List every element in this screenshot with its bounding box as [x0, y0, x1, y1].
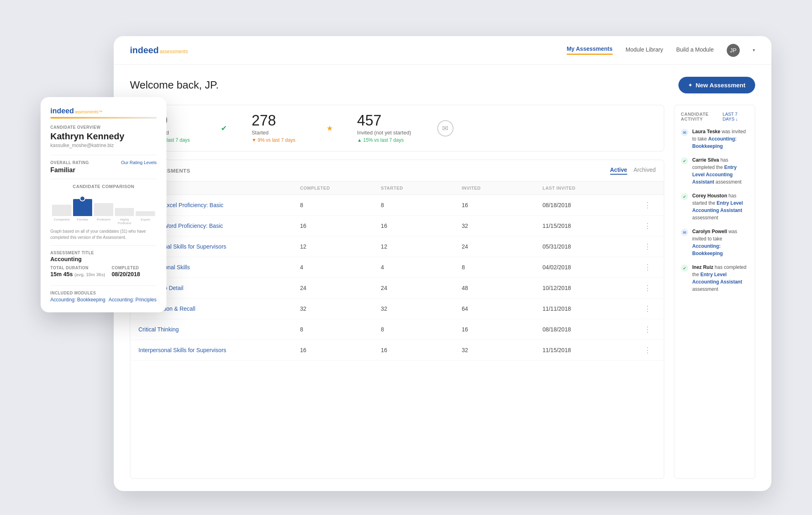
- mobile-candidate-email: kassulke_moshe@katrine.biz: [50, 143, 157, 148]
- activity-assessment-link[interactable]: Entry Level Accounting Assistant: [692, 272, 742, 285]
- row-menu-button[interactable]: ⋮: [639, 325, 656, 334]
- cell-started: 24: [381, 285, 462, 291]
- logo: indeed assessments: [130, 45, 188, 56]
- row-menu-button[interactable]: ⋮: [639, 242, 656, 251]
- tab-group: Active Archived: [610, 167, 656, 175]
- col-completed: COMPLETED: [300, 186, 381, 190]
- comparison-title: CANDIDATE COMPARISON: [50, 184, 157, 189]
- mobile-card: indeed assessments™ CANDIDATE OVERVIEW K…: [41, 97, 166, 312]
- chart-col-completed: [52, 205, 71, 216]
- invited-change: ▲ 15% vs last 7 days: [357, 137, 411, 143]
- chart-label-expert: Expert: [136, 218, 155, 225]
- cell-completed: 12: [300, 243, 381, 250]
- check-icon: ✔: [681, 157, 688, 164]
- col-actions: [639, 186, 656, 190]
- cell-started: 8: [381, 202, 462, 208]
- chart-col-familiar: [73, 199, 93, 216]
- duration-completed-row: TOTAL DURATION 15m 45s (avg. 10m 36s) CO…: [50, 266, 157, 281]
- modules-list: Accounting: Bookkeeping Accounting: Prin…: [50, 297, 157, 303]
- rating-value: Familiar: [50, 167, 157, 174]
- nav-build-module[interactable]: Build a Module: [676, 46, 714, 54]
- started-label: Started: [252, 130, 296, 136]
- cell-invited: 32: [462, 347, 542, 353]
- cell-completed: 24: [300, 285, 381, 291]
- check-icon: ✔: [681, 193, 688, 200]
- cell-completed: 4: [300, 264, 381, 270]
- cell-started: 12: [381, 243, 462, 250]
- cell-last-invited: 11/15/2018: [542, 223, 639, 229]
- activity-item: ✔ Corey Houston has started the Entry Le…: [681, 192, 748, 221]
- new-assessment-button[interactable]: New Assessment: [678, 77, 755, 93]
- row-menu-button[interactable]: ⋮: [639, 346, 656, 355]
- module-bookkeeping[interactable]: Accounting: Bookkeeping: [50, 297, 105, 303]
- cell-completed: 8: [300, 326, 381, 333]
- nav-my-assessments[interactable]: My Assessments: [567, 45, 613, 55]
- table-body: Microsoft Excel Proficiency: Basic 8 8 1…: [130, 195, 664, 361]
- completed-icon: ✔: [216, 120, 232, 136]
- cell-invited: 16: [462, 202, 542, 208]
- nav-module-library[interactable]: Module Library: [626, 46, 663, 54]
- cell-started: 4: [381, 264, 462, 270]
- invited-label: Invited (not yet started): [357, 130, 411, 136]
- activity-item: ✔ Inez Ruiz has completed the Entry Leve…: [681, 264, 748, 293]
- table-row: Microsoft Word Proficiency: Basic 16 16 …: [130, 216, 664, 236]
- activity-assessment-link[interactable]: Entry Level Accounting Assistant: [692, 164, 736, 185]
- cell-invited: 64: [462, 305, 542, 312]
- cell-completed: 16: [300, 223, 381, 229]
- activity-item: ✉ Laura Teske was invited to take Accoun…: [681, 128, 748, 150]
- activity-assessment-link[interactable]: Accounting: Bookkeeping: [692, 243, 723, 256]
- activity-person: Laura Teske: [692, 129, 720, 134]
- assessment-name-link[interactable]: Interpersonal Skills for Supervisors: [138, 347, 300, 353]
- up-arrow-icon2: ▲: [357, 137, 362, 143]
- divider-4: [50, 286, 157, 286]
- cell-last-invited: 10/12/2018: [542, 285, 639, 291]
- started-number: 278: [252, 113, 296, 128]
- mail-icon: ✉: [681, 229, 688, 236]
- tab-archived[interactable]: Archived: [634, 167, 656, 175]
- activity-text: Corey Houston has started the Entry Leve…: [692, 192, 748, 221]
- main-browser-card: indeed assessments My Assessments Module…: [114, 36, 771, 491]
- chart-col-highly-proficient: [115, 208, 134, 216]
- row-menu-button[interactable]: ⋮: [639, 304, 656, 313]
- activity-person: Inez Ruiz: [692, 264, 713, 270]
- row-menu-button[interactable]: ⋮: [639, 221, 656, 230]
- row-menu-button[interactable]: ⋮: [639, 263, 656, 272]
- mail-icon: ✉: [681, 129, 688, 136]
- invited-icon: ✉: [437, 120, 454, 136]
- module-principles[interactable]: Accounting: Principles: [108, 297, 156, 303]
- table-header: NAME COMPLETED STARTED INVITED LAST INVI…: [130, 182, 664, 195]
- activity-assessment-link[interactable]: Accounting: Bookkeeping: [692, 136, 736, 149]
- comparison-note: Graph based on all of your candidates (3…: [50, 228, 157, 240]
- mobile-logo-assessments: assessments™: [75, 110, 102, 114]
- cell-last-invited: 11/15/2018: [542, 347, 639, 353]
- activity-text: Carolyn Powell was invited to take Accou…: [692, 228, 748, 257]
- assessment-title-label: ASSESSMENT TITLE: [50, 251, 157, 255]
- col-last-invited: LAST INVITED: [542, 186, 639, 190]
- cell-started: 8: [381, 326, 462, 333]
- row-menu-button[interactable]: ⋮: [639, 201, 656, 210]
- col-invited: INVITED: [462, 186, 542, 190]
- row-menu-button[interactable]: ⋮: [639, 283, 656, 292]
- rating-link[interactable]: Our Rating Levels: [121, 160, 157, 165]
- left-content: 179 Completed ▲ 15% vs last 7 days ✔ 278: [130, 105, 664, 479]
- chart-pointer: [80, 196, 85, 201]
- check-icon: ✔: [681, 264, 688, 272]
- assessments-section: MY ASSESSMENTS Active Archived NAME COMP…: [130, 160, 664, 479]
- cell-last-invited: 08/18/2018: [542, 202, 639, 208]
- sidebar-filter[interactable]: LAST 7 DAYS ↓: [723, 112, 748, 121]
- cell-invited: 8: [462, 264, 542, 270]
- duration-label: TOTAL DURATION: [50, 266, 105, 270]
- chart-label-completed: Completed: [52, 218, 71, 225]
- down-arrow-icon: ▼: [252, 137, 257, 143]
- tab-active[interactable]: Active: [610, 167, 627, 175]
- activity-assessment-link[interactable]: Entry Level Accounting Assistant: [692, 200, 743, 213]
- assessment-title-value: Accounting: [50, 256, 157, 262]
- assessment-name-link[interactable]: Critical Thinking: [138, 326, 300, 333]
- chevron-down-icon: ▾: [753, 48, 755, 53]
- cell-started: 16: [381, 223, 462, 229]
- user-avatar[interactable]: JP: [727, 44, 740, 57]
- mobile-candidate-name: Kathryn Kennedy: [50, 131, 157, 142]
- comparison-chart: [50, 194, 157, 216]
- divider-3: [50, 245, 157, 246]
- divider-2: [50, 179, 157, 179]
